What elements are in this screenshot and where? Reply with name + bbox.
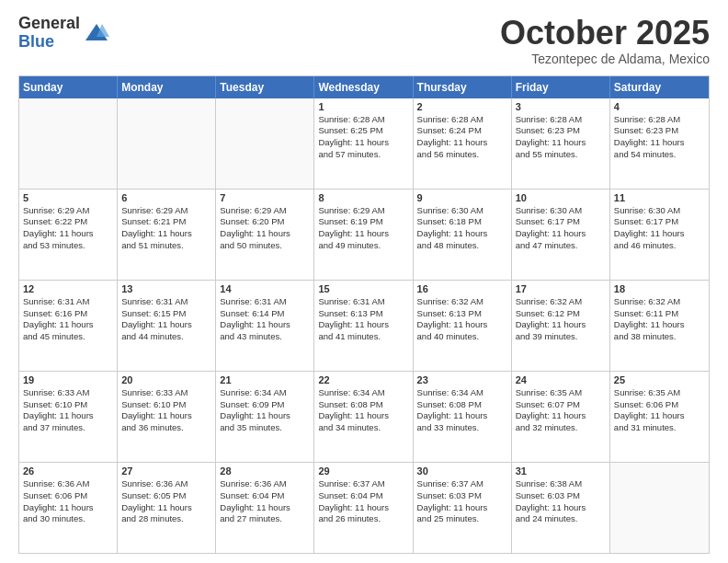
cell-line: and 47 minutes. (516, 240, 606, 252)
cell-line: Daylight: 11 hours (121, 319, 211, 331)
cell-line: Daylight: 11 hours (318, 228, 408, 240)
cell-line: Sunrise: 6:30 AM (417, 205, 507, 217)
cell-line: Sunrise: 6:28 AM (516, 114, 606, 126)
cell-line: and 38 minutes. (614, 331, 705, 343)
day-number: 9 (417, 192, 507, 203)
day-cell-9: 9Sunrise: 6:30 AMSunset: 6:18 PMDaylight… (414, 190, 512, 280)
cell-line: Sunset: 6:22 PM (23, 216, 113, 228)
cell-line: Sunrise: 6:28 AM (614, 114, 705, 126)
cell-line: Daylight: 11 hours (614, 228, 705, 240)
cell-line: Sunset: 6:05 PM (121, 490, 211, 502)
day-number: 16 (417, 283, 507, 294)
cell-line: and 56 minutes. (417, 149, 507, 161)
day-cell-3: 3Sunrise: 6:28 AMSunset: 6:23 PMDaylight… (512, 98, 610, 189)
cell-line: Daylight: 11 hours (417, 502, 507, 514)
cell-line: Daylight: 11 hours (417, 137, 507, 149)
cell-line: Sunrise: 6:34 AM (220, 387, 310, 399)
day-number: 30 (417, 465, 507, 477)
cell-line: Sunset: 6:08 PM (417, 399, 507, 411)
cell-line: Sunrise: 6:36 AM (23, 478, 113, 490)
day-number: 5 (23, 192, 113, 203)
day-number: 7 (220, 192, 310, 203)
month-title: October 2025 (500, 15, 710, 52)
day-number: 1 (318, 101, 408, 112)
cell-line: Sunset: 6:15 PM (121, 308, 211, 320)
cell-line: and 50 minutes. (220, 240, 310, 252)
cell-line: Daylight: 11 hours (516, 502, 606, 514)
day-cell-13: 13Sunrise: 6:31 AMSunset: 6:15 PMDayligh… (118, 281, 216, 371)
day-cell-1: 1Sunrise: 6:28 AMSunset: 6:25 PMDaylight… (314, 98, 413, 189)
day-cell-7: 7Sunrise: 6:29 AMSunset: 6:20 PMDaylight… (216, 190, 314, 280)
cell-line: and 39 minutes. (516, 331, 606, 343)
cell-line: and 35 minutes. (220, 422, 310, 434)
cell-line: Sunset: 6:03 PM (417, 490, 507, 502)
cell-line: Daylight: 11 hours (516, 137, 606, 149)
day-cell-29: 29Sunrise: 6:37 AMSunset: 6:04 PMDayligh… (314, 463, 413, 553)
day-cell-25: 25Sunrise: 6:35 AMSunset: 6:06 PMDayligh… (610, 372, 709, 462)
cell-line: Daylight: 11 hours (417, 410, 507, 422)
weekday-header-monday: Monday (118, 76, 216, 98)
day-number: 13 (121, 283, 211, 294)
cell-line: Sunrise: 6:37 AM (417, 478, 507, 490)
cell-line: Sunset: 6:06 PM (23, 490, 113, 502)
location: Tezontepec de Aldama, Mexico (500, 52, 710, 66)
cell-line: and 45 minutes. (23, 331, 113, 343)
cell-line: Sunrise: 6:29 AM (121, 205, 211, 217)
cell-line: Daylight: 11 hours (318, 410, 408, 422)
day-cell-16: 16Sunrise: 6:32 AMSunset: 6:13 PMDayligh… (414, 281, 512, 371)
page: General Blue October 2025 Tezontepec de … (0, 0, 728, 563)
day-cell-23: 23Sunrise: 6:34 AMSunset: 6:08 PMDayligh… (414, 372, 512, 462)
header: General Blue October 2025 Tezontepec de … (18, 15, 710, 66)
cell-line: and 25 minutes. (417, 513, 507, 525)
day-number: 19 (23, 374, 113, 385)
day-number: 11 (614, 192, 705, 203)
cell-line: and 44 minutes. (121, 331, 211, 343)
day-number: 24 (516, 374, 606, 385)
cell-line: Daylight: 11 hours (614, 410, 705, 422)
day-cell-empty-0-2 (216, 98, 314, 189)
day-number: 29 (318, 465, 408, 477)
cell-line: Sunset: 6:10 PM (23, 399, 113, 411)
cell-line: Daylight: 11 hours (23, 319, 113, 331)
weekday-header-sunday: Sunday (19, 76, 118, 98)
cell-line: Daylight: 11 hours (318, 319, 408, 331)
cell-line: Daylight: 11 hours (220, 228, 310, 240)
day-cell-19: 19Sunrise: 6:33 AMSunset: 6:10 PMDayligh… (19, 372, 118, 462)
day-number: 6 (121, 192, 211, 203)
calendar-row-4: 26Sunrise: 6:36 AMSunset: 6:06 PMDayligh… (19, 462, 709, 553)
cell-line: Sunset: 6:17 PM (516, 216, 606, 228)
cell-line: Sunrise: 6:33 AM (23, 387, 113, 399)
day-cell-10: 10Sunrise: 6:30 AMSunset: 6:17 PMDayligh… (512, 190, 610, 280)
logo-icon (84, 20, 109, 46)
cell-line: and 27 minutes. (220, 513, 310, 525)
day-number: 2 (417, 101, 507, 112)
cell-line: and 34 minutes. (318, 422, 408, 434)
cell-line: and 28 minutes. (121, 513, 211, 525)
day-cell-20: 20Sunrise: 6:33 AMSunset: 6:10 PMDayligh… (118, 372, 216, 462)
cell-line: Sunrise: 6:29 AM (23, 205, 113, 217)
day-cell-28: 28Sunrise: 6:36 AMSunset: 6:04 PMDayligh… (216, 463, 314, 553)
cell-line: and 51 minutes. (121, 240, 211, 252)
day-cell-24: 24Sunrise: 6:35 AMSunset: 6:07 PMDayligh… (512, 372, 610, 462)
cell-line: Sunrise: 6:29 AM (318, 205, 408, 217)
day-number: 26 (23, 465, 113, 477)
cell-line: Sunset: 6:13 PM (417, 308, 507, 320)
cell-line: Sunset: 6:17 PM (614, 216, 705, 228)
cell-line: Sunrise: 6:34 AM (318, 387, 408, 399)
cell-line: Daylight: 11 hours (121, 410, 211, 422)
cell-line: and 41 minutes. (318, 331, 408, 343)
cell-line: Daylight: 11 hours (516, 319, 606, 331)
cell-line: and 32 minutes. (516, 422, 606, 434)
day-cell-2: 2Sunrise: 6:28 AMSunset: 6:24 PMDaylight… (414, 98, 512, 189)
cell-line: Sunrise: 6:31 AM (220, 296, 310, 308)
cell-line: Sunset: 6:25 PM (318, 125, 408, 137)
cell-line: and 37 minutes. (23, 422, 113, 434)
weekday-header-tuesday: Tuesday (216, 76, 314, 98)
cell-line: Sunset: 6:11 PM (614, 308, 705, 320)
cell-line: Daylight: 11 hours (614, 137, 705, 149)
day-cell-8: 8Sunrise: 6:29 AMSunset: 6:19 PMDaylight… (314, 190, 413, 280)
cell-line: and 40 minutes. (417, 331, 507, 343)
day-cell-22: 22Sunrise: 6:34 AMSunset: 6:08 PMDayligh… (314, 372, 413, 462)
calendar: SundayMondayTuesdayWednesdayThursdayFrid… (18, 75, 710, 554)
cell-line: and 55 minutes. (516, 149, 606, 161)
